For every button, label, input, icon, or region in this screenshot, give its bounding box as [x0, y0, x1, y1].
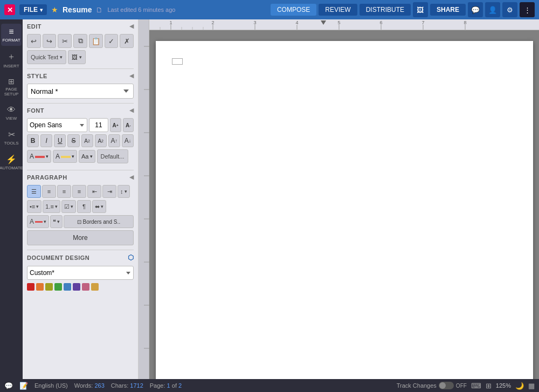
- text-direction-button[interactable]: ⬌ ▾: [92, 200, 106, 213]
- close-button[interactable]: ✕: [4, 4, 15, 15]
- view-mode-icon[interactable]: ⊞: [486, 382, 492, 390]
- font-size-input[interactable]: [89, 118, 108, 132]
- font-size-decrease-button[interactable]: A-: [123, 118, 134, 132]
- quote-icon: ❝: [53, 218, 56, 225]
- sidebar-item-insert[interactable]: ＋ INSERT: [1, 48, 22, 72]
- line-spacing-button[interactable]: ↕ ▾: [118, 185, 130, 198]
- show-marks-button[interactable]: ¶: [77, 200, 91, 213]
- checklist-button[interactable]: ☑ ▾: [61, 200, 76, 213]
- font-family-select[interactable]: Open Sans Arial Times New Roman: [27, 118, 87, 132]
- automate-label: AUTOMATE: [0, 166, 23, 170]
- font-default-button[interactable]: Default...: [97, 149, 128, 163]
- font-color-button[interactable]: A ▾: [27, 150, 51, 163]
- sidebar-item-tools[interactable]: ✂ TOOLS: [1, 126, 22, 149]
- layout-icon[interactable]: ▦: [528, 382, 535, 390]
- swatch-blue[interactable]: [64, 283, 71, 291]
- moon-icon[interactable]: 🌙: [515, 382, 524, 390]
- italic-button[interactable]: I: [40, 134, 52, 147]
- swatch-purple[interactable]: [73, 283, 80, 291]
- sidebar-icons: ≡ FORMAT ＋ INSERT ⊞ PAGE SETUP 👁 VIEW ✂ …: [0, 19, 23, 379]
- bullet-list-button[interactable]: •≡ ▾: [27, 200, 42, 213]
- track-changes-switch[interactable]: [439, 382, 454, 389]
- font-shrink-button[interactable]: A↓: [122, 134, 134, 147]
- theme-select[interactable]: Custom* Default Modern: [27, 266, 134, 280]
- svg-text:2: 2: [211, 20, 214, 25]
- style-collapse-button[interactable]: ◀: [129, 72, 134, 79]
- quote-button[interactable]: ❝ ▾: [50, 215, 63, 228]
- paragraph-collapse-button[interactable]: ◀: [129, 174, 134, 181]
- document-scroll-area[interactable]: [149, 30, 539, 379]
- more-options-icon-button[interactable]: ⋮: [520, 2, 535, 17]
- chat-icon-button[interactable]: 💬: [468, 2, 483, 17]
- sidebar-item-automate[interactable]: ⚡ AUTOMATE: [1, 151, 22, 174]
- subscript-button[interactable]: A2: [95, 134, 107, 147]
- bold-button[interactable]: B: [27, 134, 39, 147]
- image-icon-button[interactable]: 🖼: [413, 2, 428, 17]
- quick-text-button[interactable]: Quick Text ▾: [27, 50, 66, 64]
- sidebar-item-page-setup[interactable]: ⊞ PAGE SETUP: [1, 74, 22, 100]
- swatch-gold[interactable]: [91, 283, 99, 291]
- cut-button[interactable]: ✂: [58, 34, 72, 48]
- redo-button[interactable]: ↪: [43, 34, 57, 48]
- quote-arrow-icon: ▾: [57, 219, 60, 224]
- note-icon[interactable]: 📝: [19, 382, 28, 390]
- cursor-area[interactable]: [172, 57, 184, 65]
- increase-indent-button[interactable]: ⇥: [102, 185, 116, 198]
- style-label: STYLE: [27, 73, 47, 79]
- compose-tab[interactable]: COMPOSE: [271, 4, 316, 16]
- view-icon: 👁: [7, 105, 16, 115]
- track-changes-state: OFF: [456, 383, 467, 389]
- swatch-red[interactable]: [27, 283, 34, 291]
- font-size-increase-button[interactable]: A+: [110, 118, 121, 132]
- numbered-icon: 1.≡: [45, 203, 54, 210]
- swatch-orange[interactable]: [36, 283, 44, 291]
- paste-button[interactable]: 📋: [89, 34, 103, 48]
- para-color-button[interactable]: A ▾: [27, 215, 49, 228]
- image-insert-button[interactable]: 🖼 ▾: [68, 50, 86, 64]
- accept-change-button[interactable]: ✓: [105, 34, 119, 48]
- reject-change-button[interactable]: ✗: [120, 34, 134, 48]
- language-label: English (US): [34, 382, 68, 389]
- swatch-pink[interactable]: [82, 283, 89, 291]
- edit-tools-row-2: Quick Text ▾ 🖼 ▾: [27, 50, 134, 64]
- favorite-star-icon[interactable]: ★: [51, 5, 58, 14]
- highlight-color-button[interactable]: A ▾: [53, 150, 77, 163]
- track-changes-toggle[interactable]: Track Changes OFF: [397, 382, 467, 389]
- align-left-button[interactable]: ☰: [27, 185, 41, 198]
- review-tab[interactable]: REVIEW: [319, 4, 357, 16]
- strikethrough-button[interactable]: S: [67, 134, 79, 147]
- font-collapse-button[interactable]: ◀: [129, 107, 134, 114]
- decrease-indent-button[interactable]: ⇤: [87, 185, 101, 198]
- superscript-button[interactable]: A2: [81, 134, 93, 147]
- user-icon-button[interactable]: 👤: [485, 2, 500, 17]
- copy-button[interactable]: ⧉: [73, 34, 87, 48]
- swatch-green[interactable]: [54, 283, 62, 291]
- align-center-button[interactable]: ≡: [42, 185, 56, 198]
- external-link-icon[interactable]: ⬡: [128, 253, 134, 262]
- style-select[interactable]: Normal * Heading 1 Heading 2 Title Subti…: [27, 84, 134, 99]
- numbered-list-button[interactable]: 1.≡ ▾: [43, 200, 60, 213]
- swatch-yellow[interactable]: [45, 283, 53, 291]
- chars-count: 1712: [130, 382, 143, 389]
- font-grow-button[interactable]: A↑: [108, 134, 120, 147]
- sidebar-item-format[interactable]: ≡ FORMAT: [1, 24, 22, 46]
- underline-button[interactable]: U: [54, 134, 66, 147]
- align-right-button[interactable]: ≡: [57, 185, 71, 198]
- keyboard-icon[interactable]: ⌨: [471, 382, 481, 390]
- edit-collapse-button[interactable]: ◀: [129, 23, 134, 30]
- page-total: 2: [178, 382, 182, 389]
- comment-icon[interactable]: 💬: [4, 382, 13, 390]
- borders-shading-button[interactable]: ⊡ Borders and S...: [64, 215, 134, 228]
- page-prefix: Page:: [150, 382, 165, 389]
- settings-icon-button[interactable]: ⚙: [502, 2, 517, 17]
- svg-text:4: 4: [295, 20, 298, 25]
- document-page[interactable]: [156, 41, 533, 379]
- paragraph-more-button[interactable]: More: [27, 230, 134, 245]
- undo-button[interactable]: ↩: [27, 34, 41, 48]
- sidebar-item-view[interactable]: 👁 VIEW: [1, 102, 22, 124]
- file-menu-button[interactable]: FILE ▾: [19, 4, 47, 15]
- distribute-tab[interactable]: DISTRIBUTE: [360, 4, 411, 16]
- align-justify-button[interactable]: ≡: [72, 185, 86, 198]
- share-button[interactable]: SHARE: [430, 4, 466, 16]
- case-button[interactable]: Aa ▾: [79, 150, 95, 163]
